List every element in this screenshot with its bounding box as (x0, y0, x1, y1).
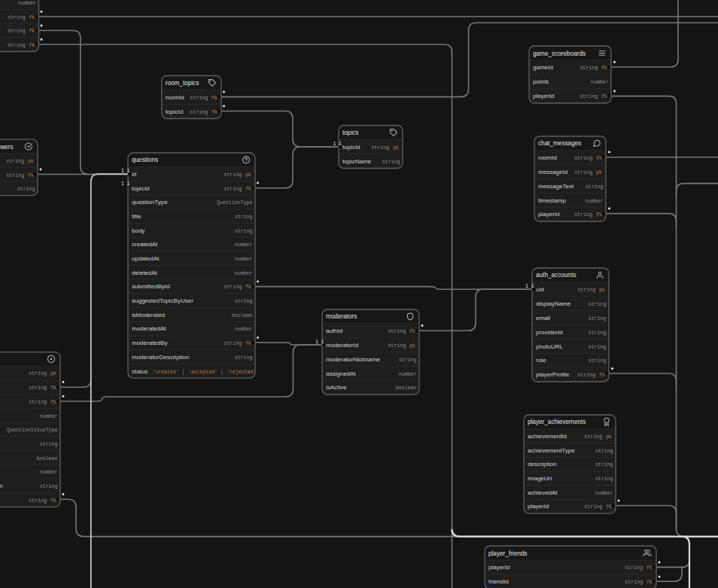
svg-text:chat_messages: chat_messages (538, 140, 581, 147)
svg-text:fk: fk (596, 212, 602, 218)
svg-text:QuestionType: QuestionType (217, 200, 253, 206)
svg-text:string: string (8, 29, 26, 34)
svg-text:string: string (388, 343, 406, 349)
svg-text:string: string (6, 173, 24, 178)
svg-text:answers: answers (0, 144, 14, 151)
svg-text:email: email (536, 315, 550, 321)
svg-text:player_friends: player_friends (488, 550, 527, 557)
svg-text:assignedAt: assignedAt (326, 370, 356, 377)
svg-text:fk: fk (409, 329, 415, 334)
svg-text:submittedById: submittedById (132, 283, 170, 290)
svg-text:questionType: questionType (132, 199, 168, 206)
svg-text:number: number (18, 1, 36, 6)
svg-text:playerId: playerId (528, 503, 549, 510)
svg-text:pk: pk (50, 371, 56, 376)
svg-text:string: string (574, 170, 592, 175)
svg-text:string: string (580, 94, 598, 99)
svg-text:pk: pk (409, 343, 415, 349)
svg-text:friendId: friendId (488, 578, 509, 585)
svg-text:string: string (589, 345, 607, 350)
svg-text:number: number (40, 414, 58, 419)
svg-text:player_achievements: player_achievements (528, 419, 586, 425)
svg-text:1: 1 (315, 338, 319, 345)
svg-text:fk: fk (601, 66, 607, 71)
svg-text:pk: pk (245, 172, 251, 178)
svg-text:string: string (6, 159, 24, 164)
svg-text:updatedAt: updatedAt (132, 255, 160, 262)
svg-text:1: 1 (531, 282, 534, 289)
svg-text:string: string (580, 66, 598, 71)
svg-text:fk: fk (647, 565, 653, 571)
svg-text:number: number (399, 372, 417, 377)
svg-text:auth_accounts: auth_accounts (536, 272, 576, 279)
svg-text:fk: fk (50, 400, 56, 405)
svg-text:string: string (589, 316, 607, 321)
svg-text:deletedAt: deletedAt (132, 270, 158, 276)
svg-text:fk: fk (29, 43, 35, 48)
svg-text:QuestionIssueType: QuestionIssueType (7, 428, 57, 433)
svg-text:achievementType: achievementType (528, 447, 575, 454)
svg-text:number: number (235, 242, 253, 248)
svg-text:string: string (584, 504, 602, 510)
svg-text:string: string (17, 187, 35, 192)
svg-text:boolean: boolean (232, 313, 253, 318)
svg-text:providerId: providerId (536, 329, 563, 336)
svg-text:messageId: messageId (538, 169, 567, 175)
svg-text:fk: fk (29, 29, 35, 34)
svg-text:playerProfile: playerProfile (536, 371, 570, 378)
svg-text:string: string (625, 565, 643, 571)
svg-text:string: string (574, 156, 592, 161)
svg-text:string: string (224, 172, 242, 178)
svg-text:1: 1 (126, 180, 130, 187)
svg-text:imageUrl: imageUrl (528, 475, 552, 482)
svg-text:string: string (190, 110, 208, 115)
svg-text:1: 1 (333, 140, 336, 147)
svg-text:string: string (388, 329, 406, 334)
svg-text:topicId: topicId (166, 108, 184, 115)
svg-text:points: points (533, 78, 549, 85)
svg-text:fk: fk (211, 96, 218, 101)
svg-text:string: string (586, 184, 604, 190)
svg-text:string: string (235, 299, 253, 304)
svg-text:id: id (132, 171, 136, 178)
svg-text:description: description (528, 461, 557, 468)
svg-text:pk: pk (606, 434, 612, 440)
svg-text:fk: fk (245, 187, 251, 192)
svg-text:fk: fk (245, 285, 251, 290)
svg-text:fk: fk (599, 373, 605, 378)
svg-text:resolution: resolution (0, 483, 3, 489)
svg-text:createdAt: createdAt (132, 241, 158, 248)
svg-text:1: 1 (121, 180, 125, 187)
svg-text:title: title (132, 213, 141, 220)
svg-text:messageText: messageText (538, 183, 574, 190)
svg-text:string: string (40, 484, 58, 489)
svg-text:playerId: playerId (533, 93, 554, 99)
svg-text:string: string (399, 358, 417, 363)
svg-text:string: string (371, 145, 389, 151)
svg-text:fk: fk (647, 580, 653, 585)
svg-text:'created' | 'accepted' | 'reje: 'created' | 'accepted' | 'rejected' (152, 370, 257, 375)
svg-text:string: string (574, 212, 592, 218)
svg-text:string: string (595, 449, 613, 454)
svg-text:1: 1 (525, 282, 529, 289)
svg-text:authId: authId (326, 328, 342, 334)
svg-text:fk: fk (596, 156, 602, 161)
svg-text:string: string (8, 43, 26, 48)
svg-text:string: string (235, 215, 253, 220)
svg-text:game_scoreboards: game_scoreboards (533, 50, 586, 57)
svg-text:questions: questions (132, 157, 158, 163)
svg-text:string: string (224, 285, 242, 290)
svg-text:status: status (132, 368, 148, 375)
svg-text:string: string (224, 341, 242, 346)
svg-text:fk: fk (50, 498, 56, 504)
svg-text:role: role (536, 357, 546, 364)
svg-text:moderatedBy: moderatedBy (132, 340, 168, 346)
svg-text:fk: fk (601, 94, 607, 99)
svg-text:string: string (577, 373, 595, 378)
svg-text:moderatorId: moderatorId (326, 342, 358, 349)
svg-text:number: number (235, 327, 253, 332)
svg-text:string: string (29, 498, 47, 504)
svg-text:number: number (586, 199, 604, 204)
svg-text:string: string (8, 15, 26, 20)
svg-text:1: 1 (121, 167, 125, 174)
